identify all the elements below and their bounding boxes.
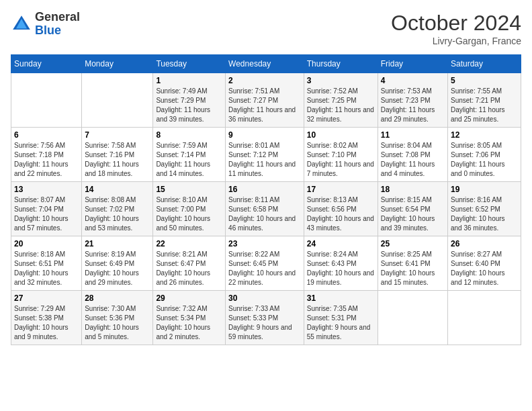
title-block: October 2024 Livry-Gargan, France: [391, 11, 521, 46]
day-detail: Sunrise: 8:22 AMSunset: 6:45 PMDaylight:…: [228, 250, 301, 287]
table-row: 20Sunrise: 8:18 AMSunset: 6:51 PMDayligh…: [11, 236, 82, 291]
day-detail: Sunrise: 8:25 AMSunset: 6:41 PMDaylight:…: [381, 250, 445, 287]
table-row: 4Sunrise: 7:53 AMSunset: 7:23 PMDaylight…: [378, 73, 447, 128]
week-row-3: 13Sunrise: 8:07 AMSunset: 7:04 PMDayligh…: [11, 182, 521, 236]
table-row: [378, 291, 447, 345]
day-detail: Sunrise: 8:18 AMSunset: 6:51 PMDaylight:…: [14, 250, 79, 287]
table-row: 31Sunrise: 7:35 AMSunset: 5:31 PMDayligh…: [304, 291, 378, 345]
weekday-header-monday: Monday: [82, 55, 153, 73]
week-row-5: 27Sunrise: 7:29 AMSunset: 5:38 PMDayligh…: [11, 291, 521, 345]
day-detail: Sunrise: 8:15 AMSunset: 6:54 PMDaylight:…: [381, 195, 445, 233]
table-row: [11, 73, 82, 128]
day-number: 28: [85, 293, 150, 303]
day-number: 13: [14, 185, 79, 194]
day-number: 4: [381, 76, 445, 85]
table-row: 22Sunrise: 8:21 AMSunset: 6:47 PMDayligh…: [153, 236, 226, 291]
day-detail: Sunrise: 7:53 AMSunset: 7:23 PMDaylight:…: [381, 87, 445, 124]
day-detail: Sunrise: 8:11 AMSunset: 6:58 PMDaylight:…: [228, 195, 301, 233]
week-row-1: 1Sunrise: 7:49 AMSunset: 7:29 PMDaylight…: [11, 73, 521, 128]
day-number: 19: [451, 185, 518, 194]
weekday-header-friday: Friday: [378, 55, 447, 73]
logo-text: General Blue: [35, 11, 80, 38]
table-row: 2Sunrise: 7:51 AMSunset: 7:27 PMDaylight…: [226, 73, 304, 128]
day-number: 27: [14, 293, 79, 303]
day-number: 10: [307, 130, 375, 140]
table-row: 23Sunrise: 8:22 AMSunset: 6:45 PMDayligh…: [226, 236, 304, 291]
day-number: 25: [381, 239, 445, 248]
table-row: 1Sunrise: 7:49 AMSunset: 7:29 PMDaylight…: [153, 73, 226, 128]
table-row: 13Sunrise: 8:07 AMSunset: 7:04 PMDayligh…: [11, 182, 82, 236]
day-detail: Sunrise: 8:27 AMSunset: 6:40 PMDaylight:…: [451, 250, 518, 287]
day-detail: Sunrise: 8:10 AMSunset: 7:00 PMDaylight:…: [156, 195, 222, 233]
weekday-header-wednesday: Wednesday: [226, 55, 304, 73]
day-detail: Sunrise: 7:49 AMSunset: 7:29 PMDaylight:…: [156, 87, 222, 124]
table-row: 21Sunrise: 8:19 AMSunset: 6:49 PMDayligh…: [82, 236, 153, 291]
day-detail: Sunrise: 7:32 AMSunset: 5:34 PMDaylight:…: [156, 304, 222, 342]
day-number: 14: [85, 185, 150, 194]
weekday-header-thursday: Thursday: [304, 55, 378, 73]
table-row: 18Sunrise: 8:15 AMSunset: 6:54 PMDayligh…: [378, 182, 447, 236]
day-detail: Sunrise: 8:04 AMSunset: 7:08 PMDaylight:…: [381, 141, 445, 179]
day-detail: Sunrise: 8:05 AMSunset: 7:06 PMDaylight:…: [451, 141, 518, 179]
table-row: 17Sunrise: 8:13 AMSunset: 6:56 PMDayligh…: [304, 182, 378, 236]
day-detail: Sunrise: 7:52 AMSunset: 7:25 PMDaylight:…: [307, 87, 375, 124]
month-title: October 2024: [391, 11, 521, 36]
day-number: 11: [381, 130, 445, 140]
day-number: 16: [228, 185, 301, 194]
day-number: 30: [228, 293, 301, 303]
day-detail: Sunrise: 7:33 AMSunset: 5:33 PMDaylight:…: [228, 304, 301, 342]
table-row: 8Sunrise: 7:59 AMSunset: 7:14 PMDaylight…: [153, 128, 226, 182]
day-number: 15: [156, 185, 222, 194]
table-row: 6Sunrise: 7:56 AMSunset: 7:18 PMDaylight…: [11, 128, 82, 182]
table-row: 10Sunrise: 8:02 AMSunset: 7:10 PMDayligh…: [304, 128, 378, 182]
day-number: 9: [228, 130, 301, 140]
day-number: 6: [14, 130, 79, 140]
day-detail: Sunrise: 7:58 AMSunset: 7:16 PMDaylight:…: [85, 141, 150, 179]
day-number: 3: [307, 76, 375, 85]
day-number: 7: [85, 130, 150, 140]
table-row: 28Sunrise: 7:30 AMSunset: 5:36 PMDayligh…: [82, 291, 153, 345]
table-row: [82, 73, 153, 128]
day-number: 21: [85, 239, 150, 248]
table-row: 16Sunrise: 8:11 AMSunset: 6:58 PMDayligh…: [226, 182, 304, 236]
calendar-table: SundayMondayTuesdayWednesdayThursdayFrid…: [11, 54, 521, 345]
day-number: 18: [381, 185, 445, 194]
week-row-2: 6Sunrise: 7:56 AMSunset: 7:18 PMDaylight…: [11, 128, 521, 182]
day-number: 8: [156, 130, 222, 140]
day-detail: Sunrise: 8:21 AMSunset: 6:47 PMDaylight:…: [156, 250, 222, 287]
day-detail: Sunrise: 7:56 AMSunset: 7:18 PMDaylight:…: [14, 141, 79, 179]
weekday-header-sunday: Sunday: [11, 55, 82, 73]
day-number: 2: [228, 76, 301, 85]
day-detail: Sunrise: 7:29 AMSunset: 5:38 PMDaylight:…: [14, 304, 79, 342]
day-number: 22: [156, 239, 222, 248]
day-number: 12: [451, 130, 518, 140]
table-row: 30Sunrise: 7:33 AMSunset: 5:33 PMDayligh…: [226, 291, 304, 345]
day-detail: Sunrise: 8:01 AMSunset: 7:12 PMDaylight:…: [228, 141, 301, 179]
day-number: 24: [307, 239, 375, 248]
table-row: 29Sunrise: 7:32 AMSunset: 5:34 PMDayligh…: [153, 291, 226, 345]
day-number: 26: [451, 239, 518, 248]
week-row-4: 20Sunrise: 8:18 AMSunset: 6:51 PMDayligh…: [11, 236, 521, 291]
day-detail: Sunrise: 7:59 AMSunset: 7:14 PMDaylight:…: [156, 141, 222, 179]
location: Livry-Gargan, France: [391, 36, 521, 46]
day-number: 5: [451, 76, 518, 85]
day-detail: Sunrise: 7:55 AMSunset: 7:21 PMDaylight:…: [451, 87, 518, 124]
table-row: 7Sunrise: 7:58 AMSunset: 7:16 PMDaylight…: [82, 128, 153, 182]
table-row: 3Sunrise: 7:52 AMSunset: 7:25 PMDaylight…: [304, 73, 378, 128]
table-row: 19Sunrise: 8:16 AMSunset: 6:52 PMDayligh…: [448, 182, 521, 236]
table-row: 27Sunrise: 7:29 AMSunset: 5:38 PMDayligh…: [11, 291, 82, 345]
weekday-header-row: SundayMondayTuesdayWednesdayThursdayFrid…: [11, 55, 521, 73]
weekday-header-saturday: Saturday: [448, 55, 521, 73]
weekday-header-tuesday: Tuesday: [153, 55, 226, 73]
table-row: 15Sunrise: 8:10 AMSunset: 7:00 PMDayligh…: [153, 182, 226, 236]
logo-icon: [11, 13, 32, 35]
table-row: 26Sunrise: 8:27 AMSunset: 6:40 PMDayligh…: [448, 236, 521, 291]
day-detail: Sunrise: 8:13 AMSunset: 6:56 PMDaylight:…: [307, 195, 375, 233]
day-detail: Sunrise: 8:24 AMSunset: 6:43 PMDaylight:…: [307, 250, 375, 287]
day-number: 23: [228, 239, 301, 248]
day-detail: Sunrise: 8:07 AMSunset: 7:04 PMDaylight:…: [14, 195, 79, 233]
table-row: 11Sunrise: 8:04 AMSunset: 7:08 PMDayligh…: [378, 128, 447, 182]
page-header: General Blue October 2024 Livry-Gargan, …: [11, 11, 521, 46]
day-number: 31: [307, 293, 375, 303]
table-row: 24Sunrise: 8:24 AMSunset: 6:43 PMDayligh…: [304, 236, 378, 291]
